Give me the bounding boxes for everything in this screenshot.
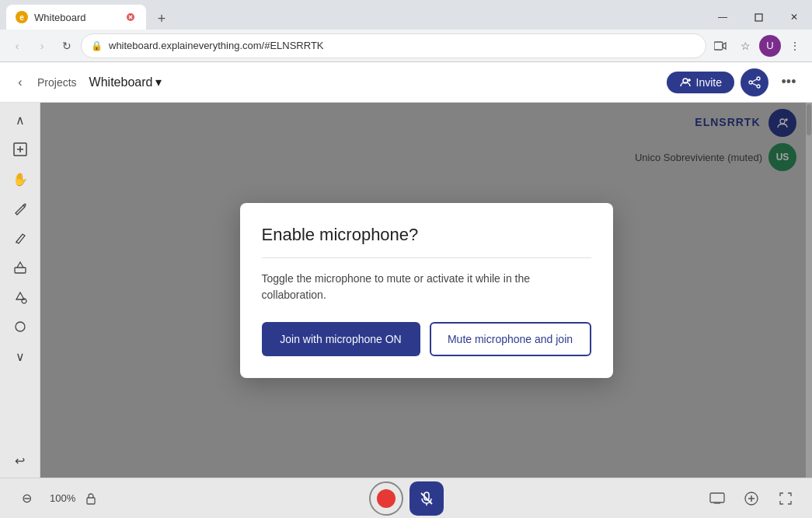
svg-point-10 (757, 85, 760, 88)
share-button[interactable] (741, 68, 768, 96)
browser-chrome: e Whiteboard + — ✕ ‹ › ↻ 🔒 whiteboard.ex… (0, 0, 812, 62)
forward-button[interactable]: › (31, 35, 53, 57)
invite-button[interactable]: Invite (667, 72, 734, 93)
fill-tool-button[interactable] (6, 283, 34, 311)
svg-rect-3 (755, 14, 762, 21)
modal-overlay: Enable microphone? Toggle the microphone… (40, 103, 812, 478)
fullscreen-button[interactable] (772, 485, 800, 513)
lock-icon: 🔒 (91, 40, 103, 51)
hand-tool-button[interactable]: ✋ (6, 165, 34, 193)
header-left: ‹ Projects Whiteboard ▾ (9, 72, 168, 93)
minimize-button[interactable]: — (705, 5, 741, 30)
add-frame-button[interactable] (6, 135, 34, 163)
tab-bar: e Whiteboard + (0, 5, 705, 30)
svg-rect-26 (710, 493, 724, 502)
tab-favicon: e (16, 11, 28, 23)
tab-close-button[interactable] (124, 11, 137, 23)
lock-tool (85, 492, 97, 505)
svg-line-11 (752, 79, 757, 82)
back-to-projects-button[interactable]: ‹ (9, 72, 31, 93)
shape-tool-button[interactable] (6, 313, 34, 341)
new-tab-button[interactable]: + (151, 8, 173, 30)
modal-divider (262, 257, 591, 258)
zoom-out-button[interactable]: ⊖ (12, 485, 40, 513)
svg-rect-22 (87, 498, 95, 504)
enable-microphone-modal: Enable microphone? Toggle the microphone… (240, 203, 613, 378)
whiteboard-dropdown[interactable]: Whiteboard ▾ (83, 72, 169, 93)
svg-line-12 (752, 83, 757, 86)
profile-button[interactable]: U (759, 35, 781, 57)
bottom-bar: ⊖ 100% (0, 478, 812, 518)
mic-icon (419, 491, 434, 506)
zoom-level: 100% (50, 492, 75, 504)
main-area: ∧ ✋ ∨ ↩ (0, 103, 812, 478)
bookmark-button[interactable]: ☆ (734, 35, 756, 57)
svg-point-18 (16, 322, 25, 331)
modal-actions: Join with microphone ON Mute microphone … (262, 322, 591, 356)
window-controls: — ✕ (705, 5, 812, 30)
menu-button[interactable]: ⋮ (784, 35, 806, 57)
recording-controls (369, 481, 444, 516)
back-button[interactable]: ‹ (6, 35, 28, 57)
scroll-down-button[interactable]: ∨ (6, 342, 34, 370)
active-tab[interactable]: e Whiteboard (6, 5, 146, 30)
app-header: ‹ Projects Whiteboard ▾ Invite ••• (0, 62, 812, 103)
lock-icon (85, 492, 97, 505)
camera-button[interactable] (709, 35, 731, 57)
address-bar[interactable]: 🔒 whiteboard.explaineverything.com/#ELNS… (81, 33, 706, 58)
svg-line-25 (421, 493, 432, 504)
svg-point-9 (749, 81, 752, 84)
pen-tool-button[interactable] (6, 194, 34, 222)
invite-label: Invite (696, 76, 722, 89)
bottom-right-controls (703, 485, 800, 513)
svg-rect-16 (15, 268, 26, 273)
browser-controls: ‹ › ↻ 🔒 whiteboard.explaineverything.com… (0, 30, 812, 62)
undo-button[interactable]: ↩ (6, 446, 34, 474)
record-button[interactable] (369, 481, 403, 516)
dropdown-chevron-icon: ▾ (155, 75, 162, 89)
device-view-button[interactable] (703, 485, 731, 513)
modal-title: Enable microphone? (262, 225, 591, 245)
mic-mute-button[interactable] (409, 481, 444, 516)
modal-description: Toggle the microphone to mute or activat… (262, 271, 591, 303)
eraser-tool-button[interactable] (6, 254, 34, 282)
record-inner-icon (377, 489, 396, 508)
left-toolbar: ∧ ✋ ∨ ↩ (0, 103, 40, 478)
more-options-button[interactable]: ••• (775, 68, 803, 96)
svg-point-8 (757, 77, 760, 80)
svg-rect-4 (714, 42, 723, 50)
refresh-button[interactable]: ↻ (56, 35, 78, 57)
close-button[interactable]: ✕ (776, 5, 812, 30)
url-text: whiteboard.explaineverything.com/#ELNSRR… (109, 40, 696, 51)
app: ‹ Projects Whiteboard ▾ Invite ••• ∧ (0, 62, 812, 518)
header-right: Invite ••• (667, 68, 803, 96)
mute-and-join-button[interactable]: Mute microphone and join (430, 322, 591, 356)
whiteboard-title: Whiteboard (89, 75, 153, 89)
marker-tool-button[interactable] (6, 224, 34, 252)
projects-link[interactable]: Projects (37, 76, 77, 89)
tab-title: Whiteboard (34, 12, 118, 23)
scroll-up-button[interactable]: ∧ (6, 106, 34, 134)
join-with-mic-on-button[interactable]: Join with microphone ON (262, 322, 420, 356)
add-button[interactable] (737, 485, 765, 513)
restore-button[interactable] (741, 5, 776, 30)
canvas-area[interactable]: ELNSRRTK Unico Sobreviviente (muted) US … (40, 103, 812, 478)
